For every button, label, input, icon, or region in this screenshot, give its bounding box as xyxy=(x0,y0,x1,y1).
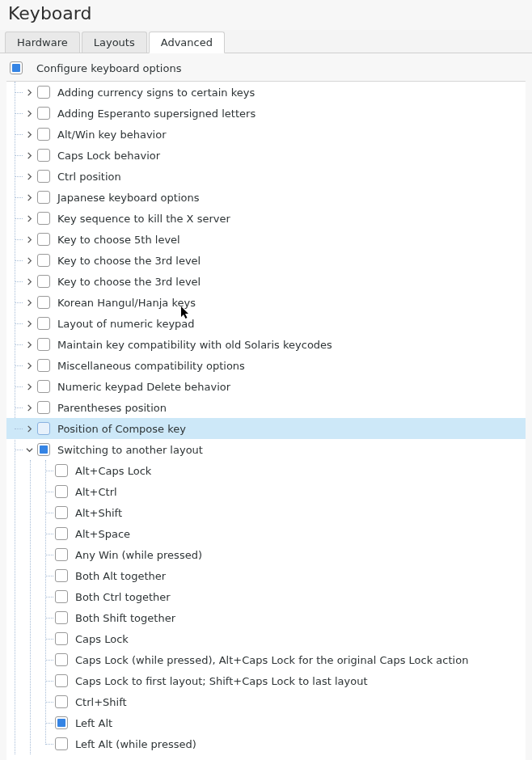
tree-subitem[interactable]: Ctrl+Shift xyxy=(6,691,526,712)
chevron-right-icon[interactable] xyxy=(24,87,34,97)
tree-item-label: Caps Lock behavior xyxy=(57,150,160,162)
chevron-right-icon[interactable] xyxy=(24,361,34,370)
tree-subitem-label: Alt+Space xyxy=(75,528,130,540)
configure-options-checkbox[interactable] xyxy=(10,61,23,74)
keyboard-settings-window: Keyboard HardwareLayoutsAdvanced Configu… xyxy=(0,0,532,760)
chevron-right-icon[interactable] xyxy=(24,277,34,286)
option-checkbox[interactable] xyxy=(37,128,50,141)
option-checkbox[interactable] xyxy=(37,233,50,246)
tree-item[interactable]: Numeric keypad Delete behavior xyxy=(6,376,526,397)
tree-subitem[interactable]: Both Alt together xyxy=(6,565,526,586)
option-checkbox[interactable] xyxy=(37,338,50,351)
option-checkbox[interactable] xyxy=(55,737,68,750)
option-checkbox[interactable] xyxy=(55,464,68,477)
tree-item[interactable]: Key sequence to kill the X server xyxy=(6,208,526,229)
option-checkbox[interactable] xyxy=(55,569,68,582)
tree-item-label: Position of Compose key xyxy=(57,423,186,435)
chevron-right-icon[interactable] xyxy=(24,424,34,433)
tree-subitem[interactable]: Left Alt (while pressed) xyxy=(6,733,526,754)
tree-item[interactable]: Japanese keyboard options xyxy=(6,187,526,208)
chevron-right-icon[interactable] xyxy=(24,150,34,160)
option-checkbox[interactable] xyxy=(55,548,68,561)
tabs: HardwareLayoutsAdvanced xyxy=(0,30,532,53)
chevron-down-icon[interactable] xyxy=(24,445,34,454)
option-checkbox[interactable] xyxy=(37,443,50,456)
tree-item[interactable]: Key to choose the 3rd level xyxy=(6,271,526,292)
chevron-right-icon[interactable] xyxy=(24,171,34,181)
tree-subitem-label: Alt+Caps Lock xyxy=(75,465,151,477)
tree-subitem[interactable]: Alt+Ctrl xyxy=(6,481,526,502)
option-checkbox[interactable] xyxy=(37,422,50,435)
tree-item[interactable]: Switching to another layout xyxy=(6,439,526,460)
tree-subitem-label: Left Alt xyxy=(75,717,112,729)
tree-item[interactable]: Layout of numeric keypad xyxy=(6,313,526,334)
tree-subitem[interactable]: Alt+Caps Lock xyxy=(6,460,526,481)
chevron-right-icon[interactable] xyxy=(24,298,34,307)
tree-subitem[interactable]: Left Alt xyxy=(6,712,526,733)
tree-item[interactable]: Parentheses position xyxy=(6,397,526,418)
tab-hardware[interactable]: Hardware xyxy=(5,32,80,53)
option-checkbox[interactable] xyxy=(37,212,50,225)
option-checkbox[interactable] xyxy=(37,107,50,120)
options-tree[interactable]: Adding currency signs to certain keysAdd… xyxy=(6,81,526,760)
tree-item[interactable]: Ctrl position xyxy=(6,166,526,187)
tree-item[interactable]: Caps Lock behavior xyxy=(6,145,526,166)
chevron-right-icon[interactable] xyxy=(24,108,34,118)
tree-subitem[interactable]: Alt+Space xyxy=(6,523,526,544)
option-checkbox[interactable] xyxy=(37,317,50,330)
chevron-right-icon[interactable] xyxy=(24,213,34,223)
option-checkbox[interactable] xyxy=(37,401,50,414)
chevron-right-icon[interactable] xyxy=(24,319,34,328)
chevron-right-icon[interactable] xyxy=(24,255,34,265)
tree-subitem[interactable]: Both Shift together xyxy=(6,607,526,628)
tree-item[interactable]: Adding currency signs to certain keys xyxy=(6,82,526,103)
option-checkbox[interactable] xyxy=(37,359,50,372)
tab-advanced[interactable]: Advanced xyxy=(149,32,225,53)
tree-subitem[interactable]: Caps Lock to first layout; Shift+Caps Lo… xyxy=(6,670,526,691)
option-checkbox[interactable] xyxy=(55,611,68,624)
option-checkbox[interactable] xyxy=(37,149,50,162)
tree-item[interactable]: Key to choose the 3rd level xyxy=(6,250,526,271)
option-checkbox[interactable] xyxy=(55,653,68,666)
tree-item-label: Key to choose the 3rd level xyxy=(57,255,201,267)
chevron-right-icon[interactable] xyxy=(24,234,34,244)
option-checkbox[interactable] xyxy=(55,695,68,708)
option-checkbox[interactable] xyxy=(37,254,50,267)
tree-subitem[interactable]: Caps Lock xyxy=(6,628,526,649)
tree-item[interactable]: Maintain key compatibility with old Sola… xyxy=(6,334,526,355)
chevron-right-icon[interactable] xyxy=(24,192,34,202)
tree-item[interactable]: Korean Hangul/Hanja keys xyxy=(6,292,526,313)
tree-subitem[interactable]: Caps Lock (while pressed), Alt+Caps Lock… xyxy=(6,649,526,670)
tree-item[interactable]: Miscellaneous compatibility options xyxy=(6,355,526,376)
tree-item-label: Japanese keyboard options xyxy=(57,192,199,204)
option-checkbox[interactable] xyxy=(55,527,68,540)
chevron-right-icon[interactable] xyxy=(24,403,34,412)
option-checkbox[interactable] xyxy=(37,380,50,393)
tree-subitem[interactable]: Alt+Shift xyxy=(6,502,526,523)
tree-item[interactable]: Position of Compose key xyxy=(6,418,526,439)
tree-item[interactable]: Alt/Win key behavior xyxy=(6,124,526,145)
tree-item-label: Key sequence to kill the X server xyxy=(57,213,230,225)
option-checkbox[interactable] xyxy=(37,296,50,309)
chevron-right-icon[interactable] xyxy=(24,340,34,349)
tab-layouts[interactable]: Layouts xyxy=(82,32,147,53)
option-checkbox[interactable] xyxy=(55,485,68,498)
option-checkbox[interactable] xyxy=(55,590,68,603)
option-checkbox[interactable] xyxy=(37,191,50,204)
option-checkbox[interactable] xyxy=(37,86,50,99)
tree-subitem[interactable]: Any Win (while pressed) xyxy=(6,544,526,565)
option-checkbox[interactable] xyxy=(37,275,50,288)
option-checkbox[interactable] xyxy=(55,716,68,729)
chevron-right-icon[interactable] xyxy=(24,382,34,391)
option-checkbox[interactable] xyxy=(37,170,50,183)
tree-item[interactable]: Key to choose 5th level xyxy=(6,229,526,250)
tree-item[interactable]: Adding Esperanto supersigned letters xyxy=(6,103,526,124)
chevron-right-icon[interactable] xyxy=(24,129,34,139)
tree-subitem-label: Both Shift together xyxy=(75,612,175,624)
tree-subitem[interactable]: Both Ctrl together xyxy=(6,586,526,607)
option-checkbox[interactable] xyxy=(55,506,68,519)
tree-item-label: Adding Esperanto supersigned letters xyxy=(57,108,255,120)
option-checkbox[interactable] xyxy=(55,632,68,645)
tree-item-label: Miscellaneous compatibility options xyxy=(57,360,245,372)
option-checkbox[interactable] xyxy=(55,674,68,687)
